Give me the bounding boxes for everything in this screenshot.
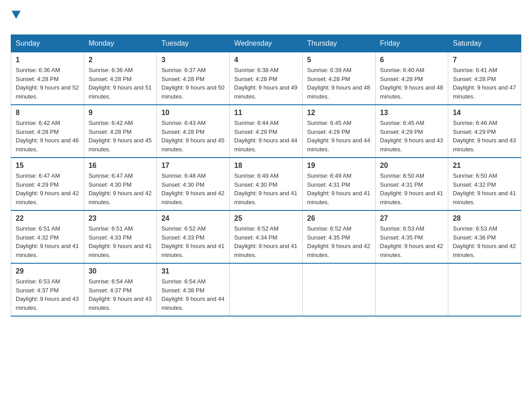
weekday-header-monday: Monday bbox=[84, 35, 157, 52]
day-number: 18 bbox=[234, 162, 298, 170]
day-number: 14 bbox=[453, 109, 516, 117]
calendar-cell: 25Sunrise: 6:52 AMSunset: 4:34 PMDayligh… bbox=[230, 210, 303, 263]
day-number: 4 bbox=[234, 56, 298, 64]
day-number: 29 bbox=[16, 267, 79, 275]
day-number: 26 bbox=[307, 214, 371, 223]
day-number: 25 bbox=[234, 214, 298, 223]
calendar-week-row: 1Sunrise: 6:36 AMSunset: 4:28 PMDaylight… bbox=[11, 52, 521, 105]
logo-arrow-icon bbox=[12, 11, 21, 19]
calendar-week-row: 8Sunrise: 6:42 AMSunset: 4:28 PMDaylight… bbox=[11, 105, 521, 158]
calendar-table: SundayMondayTuesdayWednesdayThursdayFrid… bbox=[11, 34, 521, 317]
calendar-cell: 6Sunrise: 6:40 AMSunset: 4:28 PMDaylight… bbox=[375, 52, 448, 105]
day-info: Sunrise: 6:50 AMSunset: 4:31 PMDaylight:… bbox=[380, 171, 444, 206]
day-number: 7 bbox=[453, 56, 516, 64]
calendar-cell: 22Sunrise: 6:51 AMSunset: 4:32 PMDayligh… bbox=[11, 210, 84, 263]
day-number: 8 bbox=[16, 109, 79, 117]
day-number: 5 bbox=[307, 56, 371, 64]
calendar-cell: 8Sunrise: 6:42 AMSunset: 4:28 PMDaylight… bbox=[11, 105, 84, 158]
calendar-cell: 13Sunrise: 6:45 AMSunset: 4:29 PMDayligh… bbox=[375, 105, 448, 158]
day-number: 20 bbox=[380, 162, 444, 170]
day-number: 23 bbox=[89, 214, 152, 223]
calendar-cell: 1Sunrise: 6:36 AMSunset: 4:28 PMDaylight… bbox=[11, 52, 84, 105]
day-info: Sunrise: 6:51 AMSunset: 4:33 PMDaylight:… bbox=[89, 224, 152, 259]
day-info: Sunrise: 6:45 AMSunset: 4:29 PMDaylight:… bbox=[307, 119, 371, 154]
day-info: Sunrise: 6:36 AMSunset: 4:28 PMDaylight:… bbox=[16, 66, 79, 101]
day-info: Sunrise: 6:45 AMSunset: 4:29 PMDaylight:… bbox=[380, 119, 444, 154]
calendar-cell bbox=[230, 263, 303, 316]
day-number: 16 bbox=[89, 162, 152, 170]
calendar-cell: 14Sunrise: 6:46 AMSunset: 4:29 PMDayligh… bbox=[448, 105, 521, 158]
logo bbox=[11, 11, 21, 29]
calendar-week-row: 29Sunrise: 6:53 AMSunset: 4:37 PMDayligh… bbox=[11, 263, 521, 316]
day-info: Sunrise: 6:42 AMSunset: 4:28 PMDaylight:… bbox=[16, 119, 79, 154]
calendar-cell: 5Sunrise: 6:39 AMSunset: 4:28 PMDaylight… bbox=[302, 52, 375, 105]
day-info: Sunrise: 6:43 AMSunset: 4:28 PMDaylight:… bbox=[161, 119, 225, 154]
day-info: Sunrise: 6:54 AMSunset: 4:38 PMDaylight:… bbox=[161, 277, 225, 312]
day-info: Sunrise: 6:46 AMSunset: 4:29 PMDaylight:… bbox=[453, 119, 516, 154]
day-info: Sunrise: 6:50 AMSunset: 4:32 PMDaylight:… bbox=[453, 171, 516, 206]
calendar-cell: 19Sunrise: 6:49 AMSunset: 4:31 PMDayligh… bbox=[302, 158, 375, 210]
weekday-header-tuesday: Tuesday bbox=[157, 35, 230, 52]
day-info: Sunrise: 6:38 AMSunset: 4:28 PMDaylight:… bbox=[234, 66, 298, 101]
calendar-cell: 27Sunrise: 6:53 AMSunset: 4:35 PMDayligh… bbox=[375, 210, 448, 263]
day-info: Sunrise: 6:37 AMSunset: 4:28 PMDaylight:… bbox=[161, 66, 225, 101]
day-info: Sunrise: 6:53 AMSunset: 4:36 PMDaylight:… bbox=[453, 224, 516, 259]
day-number: 10 bbox=[161, 109, 225, 117]
calendar-cell: 2Sunrise: 6:36 AMSunset: 4:28 PMDaylight… bbox=[84, 52, 157, 105]
calendar-cell: 4Sunrise: 6:38 AMSunset: 4:28 PMDaylight… bbox=[230, 52, 303, 105]
day-info: Sunrise: 6:49 AMSunset: 4:30 PMDaylight:… bbox=[234, 171, 298, 206]
day-info: Sunrise: 6:41 AMSunset: 4:28 PMDaylight:… bbox=[453, 66, 516, 101]
day-info: Sunrise: 6:52 AMSunset: 4:34 PMDaylight:… bbox=[234, 224, 298, 259]
day-info: Sunrise: 6:48 AMSunset: 4:30 PMDaylight:… bbox=[161, 171, 225, 206]
calendar-cell: 23Sunrise: 6:51 AMSunset: 4:33 PMDayligh… bbox=[84, 210, 157, 263]
calendar-cell: 12Sunrise: 6:45 AMSunset: 4:29 PMDayligh… bbox=[302, 105, 375, 158]
day-info: Sunrise: 6:51 AMSunset: 4:32 PMDaylight:… bbox=[16, 224, 79, 259]
weekday-header-friday: Friday bbox=[375, 35, 448, 52]
calendar-cell bbox=[448, 263, 521, 316]
day-number: 24 bbox=[161, 214, 225, 223]
calendar-cell: 11Sunrise: 6:44 AMSunset: 4:29 PMDayligh… bbox=[230, 105, 303, 158]
calendar-cell: 7Sunrise: 6:41 AMSunset: 4:28 PMDaylight… bbox=[448, 52, 521, 105]
day-info: Sunrise: 6:42 AMSunset: 4:28 PMDaylight:… bbox=[89, 119, 152, 154]
day-info: Sunrise: 6:44 AMSunset: 4:29 PMDaylight:… bbox=[234, 119, 298, 154]
calendar-header-row: SundayMondayTuesdayWednesdayThursdayFrid… bbox=[11, 35, 521, 52]
day-info: Sunrise: 6:49 AMSunset: 4:31 PMDaylight:… bbox=[307, 171, 371, 206]
day-number: 19 bbox=[307, 162, 371, 170]
calendar-cell: 28Sunrise: 6:53 AMSunset: 4:36 PMDayligh… bbox=[448, 210, 521, 263]
day-info: Sunrise: 6:36 AMSunset: 4:28 PMDaylight:… bbox=[89, 66, 152, 101]
day-number: 12 bbox=[307, 109, 371, 117]
calendar-cell: 3Sunrise: 6:37 AMSunset: 4:28 PMDaylight… bbox=[157, 52, 230, 105]
calendar-cell: 21Sunrise: 6:50 AMSunset: 4:32 PMDayligh… bbox=[448, 158, 521, 210]
calendar-cell: 18Sunrise: 6:49 AMSunset: 4:30 PMDayligh… bbox=[230, 158, 303, 210]
calendar-cell: 16Sunrise: 6:47 AMSunset: 4:30 PMDayligh… bbox=[84, 158, 157, 210]
day-number: 28 bbox=[453, 214, 516, 223]
day-number: 15 bbox=[16, 162, 79, 170]
day-number: 2 bbox=[89, 56, 152, 64]
day-number: 17 bbox=[161, 162, 225, 170]
day-number: 3 bbox=[161, 56, 225, 64]
day-info: Sunrise: 6:54 AMSunset: 4:37 PMDaylight:… bbox=[89, 277, 152, 312]
calendar-cell: 10Sunrise: 6:43 AMSunset: 4:28 PMDayligh… bbox=[157, 105, 230, 158]
calendar-cell: 29Sunrise: 6:53 AMSunset: 4:37 PMDayligh… bbox=[11, 263, 84, 316]
day-number: 9 bbox=[89, 109, 152, 117]
calendar-week-row: 15Sunrise: 6:47 AMSunset: 4:29 PMDayligh… bbox=[11, 158, 521, 210]
weekday-header-wednesday: Wednesday bbox=[230, 35, 303, 52]
weekday-header-thursday: Thursday bbox=[302, 35, 375, 52]
calendar-cell: 31Sunrise: 6:54 AMSunset: 4:38 PMDayligh… bbox=[157, 263, 230, 316]
day-number: 30 bbox=[89, 267, 152, 275]
day-number: 11 bbox=[234, 109, 298, 117]
calendar-cell: 24Sunrise: 6:52 AMSunset: 4:33 PMDayligh… bbox=[157, 210, 230, 263]
day-number: 31 bbox=[161, 267, 225, 275]
calendar-cell: 30Sunrise: 6:54 AMSunset: 4:37 PMDayligh… bbox=[84, 263, 157, 316]
page-header bbox=[11, 11, 521, 29]
calendar-cell bbox=[375, 263, 448, 316]
day-number: 22 bbox=[16, 214, 79, 223]
calendar-cell: 26Sunrise: 6:52 AMSunset: 4:35 PMDayligh… bbox=[302, 210, 375, 263]
calendar-cell bbox=[302, 263, 375, 316]
day-number: 6 bbox=[380, 56, 444, 64]
day-info: Sunrise: 6:47 AMSunset: 4:29 PMDaylight:… bbox=[16, 171, 79, 206]
calendar-cell: 17Sunrise: 6:48 AMSunset: 4:30 PMDayligh… bbox=[157, 158, 230, 210]
day-number: 1 bbox=[16, 56, 79, 64]
day-info: Sunrise: 6:52 AMSunset: 4:33 PMDaylight:… bbox=[161, 224, 225, 259]
day-info: Sunrise: 6:47 AMSunset: 4:30 PMDaylight:… bbox=[89, 171, 152, 206]
